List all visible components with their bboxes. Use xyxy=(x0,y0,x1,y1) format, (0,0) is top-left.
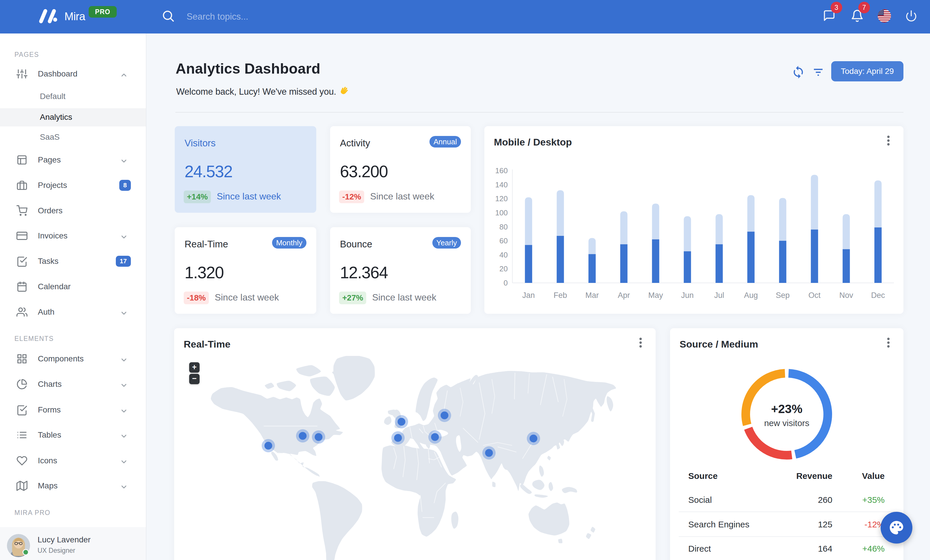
svg-text:Oct: Oct xyxy=(808,291,821,300)
svg-text:60: 60 xyxy=(499,236,508,245)
svg-text:Nov: Nov xyxy=(839,291,853,300)
svg-text:Dec: Dec xyxy=(871,291,885,300)
svg-text:140: 140 xyxy=(495,180,508,189)
svg-text:Apr: Apr xyxy=(618,291,630,300)
svg-text:Aug: Aug xyxy=(744,291,758,300)
svg-text:Feb: Feb xyxy=(554,291,567,300)
svg-text:20: 20 xyxy=(499,264,508,273)
svg-text:100: 100 xyxy=(495,209,508,217)
svg-text:0: 0 xyxy=(504,279,508,287)
svg-text:Jun: Jun xyxy=(681,291,694,300)
svg-text:May: May xyxy=(648,291,663,300)
svg-text:80: 80 xyxy=(499,222,508,231)
svg-text:Sep: Sep xyxy=(776,291,790,300)
svg-text:Jan: Jan xyxy=(522,291,535,300)
svg-text:120: 120 xyxy=(495,194,508,203)
svg-text:Mar: Mar xyxy=(585,291,599,300)
svg-text:40: 40 xyxy=(499,250,508,259)
svg-text:Jul: Jul xyxy=(714,291,724,300)
svg-text:160: 160 xyxy=(495,166,508,175)
